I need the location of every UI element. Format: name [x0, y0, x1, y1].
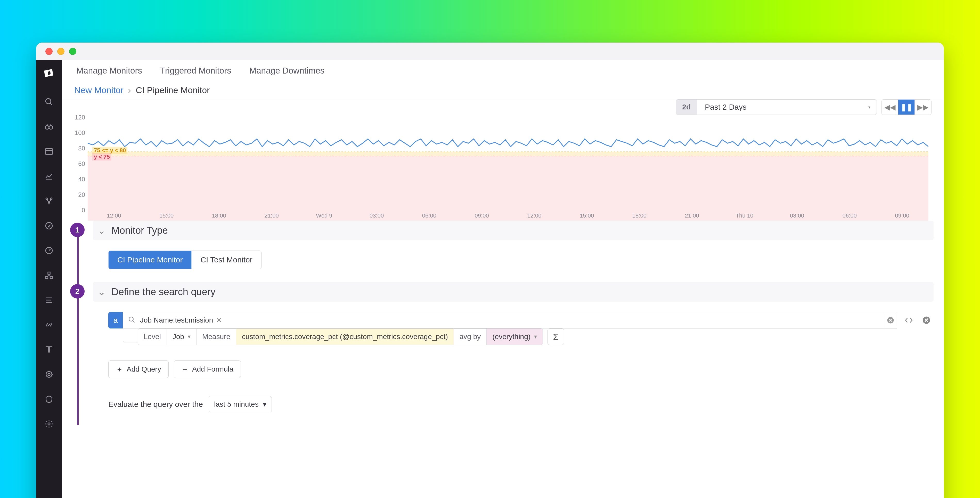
dropdown-caret-icon: ▾	[263, 400, 266, 409]
level-value: Job	[173, 333, 184, 341]
time-forward-button[interactable]: ▶▶	[915, 100, 931, 115]
filter-tag-text: Job Name:test:mission	[140, 316, 213, 324]
code-view-button[interactable]	[902, 313, 916, 327]
metrics-icon[interactable]	[43, 170, 55, 182]
titlebar	[36, 43, 944, 60]
breadcrumb-separator: ›	[128, 85, 131, 95]
add-query-button[interactable]: ＋ Add Query	[108, 361, 169, 378]
app-window: Manage Monitors Triggered Monitors Manag…	[36, 43, 944, 498]
coverage-chart[interactable]: 02040608010012012:0015:0018:0021:00Wed 9…	[88, 117, 928, 220]
minimize-window-button[interactable]	[57, 48, 64, 55]
svg-line-23	[49, 276, 51, 276]
logs-icon[interactable]	[43, 294, 55, 306]
step-2-badge: 2	[70, 284, 84, 298]
pill-ci-test[interactable]: CI Test Monitor	[192, 251, 261, 269]
step-2: 2 ⌄ Define the search query a	[93, 282, 944, 425]
level-label: Level	[138, 329, 167, 345]
aggregation-button[interactable]: Σ	[547, 329, 564, 345]
svg-point-28	[48, 374, 50, 376]
time-range-selector[interactable]: 2d Past 2 Days ▾	[676, 99, 877, 115]
svg-point-9	[46, 198, 48, 200]
dropdown-caret-icon: ▾	[862, 105, 877, 110]
svg-point-2	[45, 126, 49, 129]
time-pager: ◀◀ ❚❚ ▶▶	[881, 99, 932, 115]
svg-line-22	[47, 276, 49, 276]
monitors-icon[interactable]	[43, 220, 55, 232]
svg-rect-18	[48, 272, 50, 274]
breadcrumb-new-monitor[interactable]: New Monitor	[74, 85, 124, 95]
query-search-input[interactable]: Job Name:test:mission ✕	[123, 312, 884, 329]
measure-dropdown[interactable]: custom_metrics.coverage_pct (@custom_met…	[236, 329, 454, 345]
search-icon[interactable]	[43, 96, 55, 108]
dashboard-icon[interactable]	[43, 145, 55, 158]
chart-container: 02040608010012012:0015:0018:0021:00Wed 9…	[62, 110, 944, 220]
svg-point-11	[48, 202, 50, 204]
nav-manage-monitors[interactable]: Manage Monitors	[76, 66, 142, 76]
pill-ci-pipeline[interactable]: CI Pipeline Monitor	[108, 251, 192, 269]
svg-rect-32	[88, 156, 928, 220]
notebooks-icon[interactable]	[43, 343, 55, 356]
binoculars-icon[interactable]	[43, 120, 55, 133]
remove-query-button[interactable]	[919, 313, 934, 327]
eval-window-value: last 5 minutes	[214, 400, 259, 409]
query-letter[interactable]: a	[108, 312, 123, 329]
query-row: a Job Name:test:mission ✕	[108, 312, 934, 329]
add-query-label: Add Query	[127, 365, 161, 374]
maximize-window-button[interactable]	[69, 48, 76, 55]
search-icon	[128, 316, 135, 324]
integrations-icon[interactable]	[43, 269, 55, 281]
time-range-pill: 2d	[676, 100, 697, 115]
measure-label: Measure	[197, 329, 236, 345]
close-window-button[interactable]	[45, 48, 52, 55]
filter-tag[interactable]: Job Name:test:mission ✕	[140, 316, 222, 324]
remove-tag-icon[interactable]: ✕	[216, 316, 222, 324]
monitor-type-toggle: CI Pipeline Monitor CI Test Monitor	[108, 251, 261, 269]
svg-point-0	[46, 99, 51, 104]
plus-icon: ＋	[116, 364, 123, 374]
left-sidebar	[36, 60, 62, 498]
time-picker: 2d Past 2 Days ▾ ◀◀ ❚❚ ▶▶	[676, 99, 932, 115]
step-1-title: Monitor Type	[111, 225, 168, 236]
time-back-button[interactable]: ◀◀	[882, 100, 898, 115]
main-content: Manage Monitors Triggered Monitors Manag…	[62, 60, 944, 498]
add-buttons: ＋ Add Query ＋ Add Formula	[108, 361, 934, 378]
measure-value: custom_metrics.coverage_pct (@custom_met…	[242, 333, 448, 341]
breadcrumb-current: CI Pipeline Monitor	[136, 85, 210, 95]
svg-point-37	[129, 317, 133, 321]
infrastructure-icon[interactable]	[43, 195, 55, 207]
nav-manage-downtimes[interactable]: Manage Downtimes	[250, 66, 325, 76]
time-range-label: Past 2 Days	[697, 103, 862, 112]
step-2-header[interactable]: ⌄ Define the search query	[93, 282, 934, 302]
svg-point-14	[46, 222, 52, 229]
svg-line-1	[50, 103, 52, 105]
query-config-row: Level Job ▾ Measure custom_metrics.cover…	[123, 329, 934, 345]
ci-icon[interactable]	[43, 368, 55, 381]
svg-line-38	[133, 321, 135, 322]
svg-point-3	[49, 126, 52, 129]
level-dropdown[interactable]: Job ▾	[167, 329, 197, 345]
add-formula-button[interactable]: ＋ Add Formula	[174, 361, 241, 378]
step-1: 1 ⌄ Monitor Type CI Pipeline Monitor CI …	[93, 220, 944, 282]
step-connector-line	[77, 237, 79, 425]
svg-rect-6	[46, 148, 52, 155]
security-icon[interactable]	[43, 393, 55, 405]
svg-point-10	[50, 198, 52, 200]
svg-rect-19	[46, 276, 48, 279]
svg-line-13	[49, 200, 51, 202]
clear-query-button[interactable]	[884, 312, 897, 329]
group-by-dropdown[interactable]: (everything) ▾	[487, 329, 542, 345]
eval-window-dropdown[interactable]: last 5 minutes ▾	[208, 396, 272, 412]
time-pause-button[interactable]: ❚❚	[898, 100, 915, 115]
eval-label: Evaluate the query over the	[108, 400, 203, 409]
svg-point-31	[48, 423, 50, 425]
dropdown-caret-icon: ▾	[534, 334, 537, 340]
step-1-badge: 1	[70, 223, 84, 237]
nav-triggered-monitors[interactable]: Triggered Monitors	[160, 66, 231, 76]
evaluation-window: Evaluate the query over the last 5 minut…	[108, 396, 934, 412]
step-1-header[interactable]: ⌄ Monitor Type	[93, 220, 934, 240]
link-icon[interactable]	[43, 319, 55, 331]
settings-icon[interactable]	[43, 418, 55, 430]
step-2-title: Define the search query	[111, 286, 215, 297]
apm-icon[interactable]	[43, 244, 55, 257]
datadog-logo[interactable]	[41, 65, 57, 81]
